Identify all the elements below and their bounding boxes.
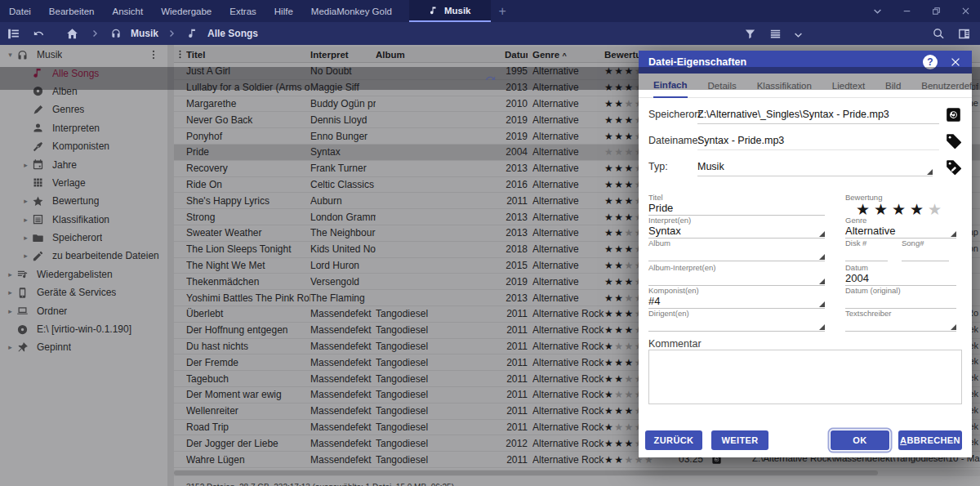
titel-label: Titel (648, 193, 825, 202)
weiter-button[interactable]: WEITER (711, 430, 768, 450)
breadcrumb-musik-icon (105, 22, 127, 45)
typ-label: Typ: (648, 161, 668, 172)
search-icon (932, 27, 946, 41)
genre-label: Genre (845, 216, 956, 225)
datum-original-input[interactable] (845, 295, 956, 309)
tag-icon[interactable] (945, 132, 962, 149)
tab-label: Musik (444, 6, 471, 16)
restore-button[interactable] (921, 0, 951, 22)
dirigent-label: Dirigent(en) (648, 309, 825, 318)
dropdown-corner-icon (819, 301, 825, 307)
speicherort-value[interactable]: Z:\Alternative\_Singles\Syntax - Pride.m… (697, 109, 939, 124)
menu-wiedergabe[interactable]: Wiedergabe (152, 0, 220, 22)
menu-ansicht[interactable]: Ansicht (103, 0, 152, 22)
titel-input[interactable]: Pride (648, 202, 825, 216)
interpret-input[interactable]: Syntax (648, 225, 825, 239)
album-label: Album (648, 239, 825, 247)
album-interpret-input[interactable] (648, 272, 825, 286)
dateiname-label: Dateiname: (648, 135, 701, 146)
music-note-icon (187, 28, 198, 39)
breadcrumb-separator (85, 22, 105, 45)
panel-toggle-icon (7, 27, 20, 41)
breadcrumb-separator (162, 22, 181, 45)
disk-label: Disk # (845, 239, 888, 247)
window-controls (862, 0, 980, 22)
chevron-down-icon (794, 30, 803, 39)
song-input[interactable] (902, 247, 949, 261)
textschreiber-label: Textschreiber (845, 309, 956, 318)
typ-value[interactable]: Musik (697, 161, 933, 176)
hdd-icon[interactable] (945, 106, 962, 123)
field-song: Song# (902, 239, 949, 261)
new-tab-button[interactable]: + (491, 0, 514, 22)
speicherort-label: Speicherort: (648, 109, 703, 120)
minimize-button[interactable] (892, 0, 921, 22)
field-typ: Typ: Musik (648, 158, 962, 176)
dateiname-value[interactable]: Syntax - Pride.mp3 (697, 135, 939, 150)
kommentar-label: Kommentar (648, 338, 702, 350)
datum-original-label: Datum (original) (845, 286, 956, 295)
view-list-button[interactable] (763, 22, 788, 45)
menu-items: DateiBearbeitenAnsichtWiedergabeExtrasHi… (0, 0, 401, 22)
field-interpret: Interpret(en) Syntax (648, 216, 825, 239)
field-album: Album (648, 239, 825, 261)
field-datum: Datum 2004 (845, 263, 956, 286)
panel-icon (957, 27, 971, 41)
album-input[interactable] (648, 247, 825, 261)
kommentar-textarea[interactable] (648, 350, 962, 404)
dialog-title: Datei-Eigenschaften (648, 56, 746, 68)
redo-icon (483, 72, 497, 86)
field-titel: Titel Pride (648, 193, 825, 216)
komponist-input[interactable]: #4 (648, 295, 825, 309)
textschreiber-input[interactable] (845, 318, 956, 332)
datum-input[interactable]: 2004 (845, 272, 956, 286)
field-dirigent: Dirigent(en) (648, 309, 825, 332)
menu-bearbeiten[interactable]: Bearbeiten (40, 0, 104, 22)
home-button[interactable] (60, 22, 85, 45)
ok-button[interactable]: OK (831, 430, 889, 450)
menubar: DateiBearbeitenAnsichtWiedergabeExtrasHi… (0, 0, 980, 22)
menu-datei[interactable]: Datei (0, 0, 40, 22)
menu-extras[interactable]: Extras (220, 0, 265, 22)
toolbar: Musik Alle Songs (0, 22, 980, 45)
restore-icon (931, 6, 942, 16)
dropdown-corner-icon (819, 324, 825, 330)
file-properties-dialog: Datei-Eigenschaften ? EinfachDetailsKlas… (639, 51, 972, 457)
menu-hilfe[interactable]: Hilfe (265, 0, 302, 22)
redo-button[interactable] (0, 67, 980, 90)
view-options-button[interactable] (788, 22, 808, 45)
sidebar-toggle-button[interactable] (0, 22, 26, 45)
dropdown-corner-icon (819, 279, 825, 284)
panel-layout-button[interactable] (951, 22, 977, 45)
undo-button[interactable] (26, 22, 51, 45)
album-interpret-label: Album-Interpret(en) (648, 263, 825, 272)
list-view-icon (768, 27, 782, 41)
field-disk: Disk # (845, 239, 888, 261)
collapse-ribbon-button[interactable] (862, 0, 892, 22)
dropdown-corner-icon (951, 324, 956, 330)
breadcrumb-alle-songs[interactable]: Alle Songs (204, 28, 261, 39)
tab-musik[interactable]: Musik (409, 0, 491, 22)
genre-input[interactable]: Alternative (845, 225, 956, 239)
breadcrumb-musik[interactable]: Musik (127, 28, 162, 39)
disk-input[interactable] (845, 247, 888, 261)
chevron-right-icon (167, 29, 176, 38)
filter-button[interactable] (737, 22, 763, 45)
chevron-right-icon (91, 29, 99, 38)
close-button[interactable] (951, 0, 980, 22)
breadcrumb-allesongs-icon (181, 22, 204, 45)
interpret-label: Interpret(en) (648, 216, 825, 225)
field-genre: Genre Alternative (845, 216, 956, 239)
abbrechen-button[interactable]: ABBRECHEN (898, 430, 962, 450)
close-icon (960, 6, 971, 16)
datum-label: Datum (845, 263, 956, 272)
menu-mediamonkey-gold[interactable]: MediaMonkey Gold (302, 0, 401, 22)
search-button[interactable] (926, 22, 951, 45)
chevron-down-icon (873, 7, 882, 16)
song-label: Song# (902, 239, 949, 247)
tag-edit-icon[interactable] (945, 158, 962, 176)
zurueck-button[interactable]: ZURÜCK (645, 430, 702, 450)
dirigent-input[interactable] (648, 318, 825, 332)
field-bewertung: Bewertung ★★★★★ (845, 193, 956, 218)
dropdown-corner-icon (951, 231, 956, 237)
